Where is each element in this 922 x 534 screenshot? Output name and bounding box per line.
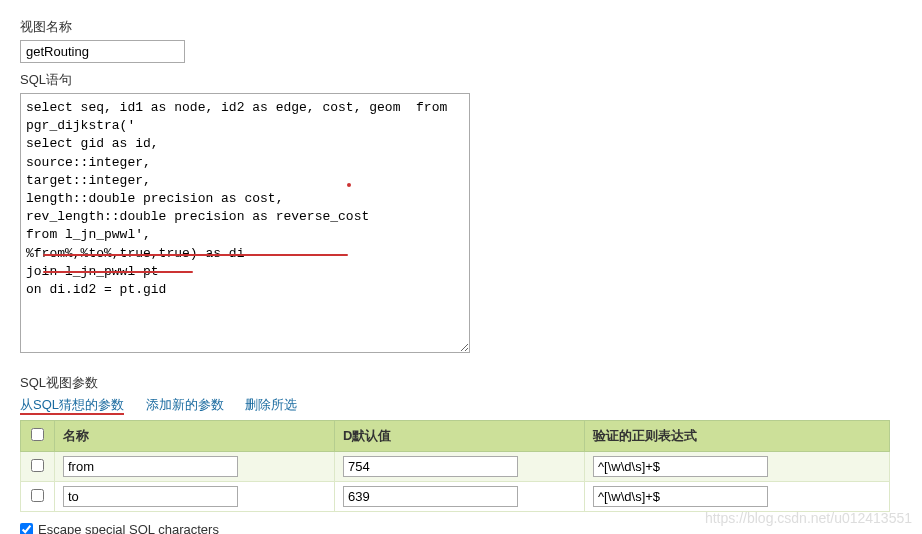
param-default-input[interactable] (343, 486, 518, 507)
sql-statement-label: SQL语句 (20, 71, 902, 89)
view-name-input[interactable] (20, 40, 185, 63)
header-name: 名称 (55, 421, 335, 452)
params-links-row: 从SQL猜想的参数 添加新的参数 删除所选 (20, 396, 902, 414)
annotation-dot (347, 183, 351, 187)
header-default: D默认值 (335, 421, 585, 452)
escape-chars-label: Escape special SQL characters (38, 522, 219, 534)
select-all-checkbox[interactable] (31, 428, 44, 441)
escape-chars-row: Escape special SQL characters (20, 522, 902, 534)
header-regex: 验证的正则表达式 (585, 421, 890, 452)
table-row (21, 482, 890, 512)
delete-selected-link[interactable]: 删除所选 (245, 397, 297, 412)
header-checkbox-cell (21, 421, 55, 452)
sql-statement-textarea[interactable] (20, 93, 470, 353)
param-regex-input[interactable] (593, 486, 768, 507)
table-row (21, 452, 890, 482)
row-checkbox[interactable] (31, 489, 44, 502)
params-table: 名称 D默认值 验证的正则表达式 (20, 420, 890, 512)
sql-view-params-label: SQL视图参数 (20, 374, 902, 392)
param-name-input[interactable] (63, 456, 238, 477)
view-name-label: 视图名称 (20, 18, 902, 36)
add-new-param-link[interactable]: 添加新的参数 (146, 397, 224, 412)
escape-chars-checkbox[interactable] (20, 523, 33, 534)
annotation-underline-1 (43, 254, 348, 256)
param-default-input[interactable] (343, 456, 518, 477)
guess-params-link[interactable]: 从SQL猜想的参数 (20, 397, 124, 415)
annotation-underline-2 (43, 271, 193, 273)
row-checkbox[interactable] (31, 459, 44, 472)
param-regex-input[interactable] (593, 456, 768, 477)
param-name-input[interactable] (63, 486, 238, 507)
